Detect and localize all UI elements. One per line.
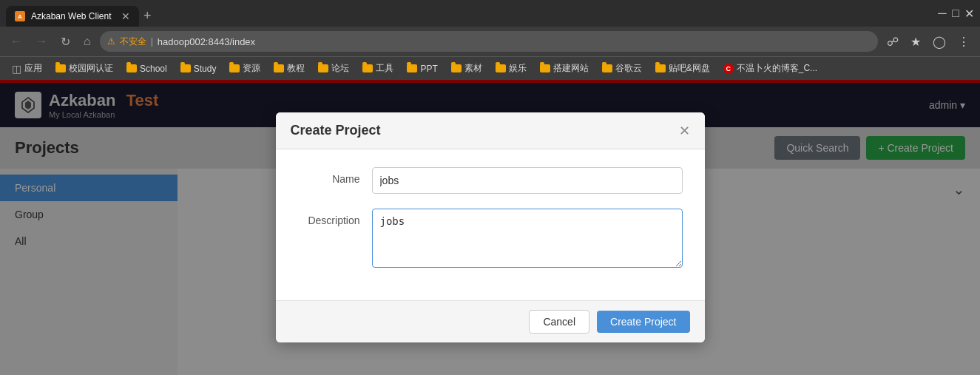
bookmark-工具[interactable]: 工具 xyxy=(356,61,399,76)
tab-area: A Azkaban Web Client ✕ + xyxy=(6,0,931,27)
address-bar[interactable]: ⚠ 不安全 | hadoop002:8443/index xyxy=(100,31,878,52)
modal-header: Create Project ✕ xyxy=(276,112,705,149)
name-form-row: Name xyxy=(298,167,683,194)
nav-right-controls: ☍ ★ ◯ ⋮ xyxy=(882,32,974,52)
browser-window: A Azkaban Web Client ✕ + ─ □ ✕ ← → ↻ ⌂ ⚠… xyxy=(0,0,980,375)
folder-icon xyxy=(451,64,462,72)
address-text: hadoop002:8443/index xyxy=(158,36,255,47)
folder-icon xyxy=(55,64,66,72)
folder-icon xyxy=(540,64,550,72)
tab-title: Azkaban Web Client xyxy=(31,11,112,21)
bookmark-label: 谷歌云 xyxy=(615,62,642,75)
bookmark-搭建网站[interactable]: 搭建网站 xyxy=(534,61,595,76)
bookmark-school[interactable]: School xyxy=(121,62,173,75)
folder-icon xyxy=(362,64,373,72)
folder-icon xyxy=(655,64,666,72)
tab-close-button[interactable]: ✕ xyxy=(121,11,130,21)
bookmark-label: PPT xyxy=(420,64,437,74)
create-project-modal: Create Project ✕ Name Description jobs C… xyxy=(276,112,705,342)
bookmark-label: 贴吧&网盘 xyxy=(669,62,710,75)
create-button[interactable]: Create Project xyxy=(597,311,689,333)
modal-close-button[interactable]: ✕ xyxy=(679,124,690,138)
bookmark-label: 教程 xyxy=(287,62,305,75)
modal-body: Name Description jobs xyxy=(276,149,705,300)
red-c-icon: C xyxy=(723,64,734,74)
account-button[interactable]: ◯ xyxy=(928,32,950,52)
bookmark-label: 校园网认证 xyxy=(69,62,113,75)
description-textarea[interactable]: jobs xyxy=(372,209,683,268)
bookmark-label: 资源 xyxy=(243,62,260,75)
bookmark-素材[interactable]: 素材 xyxy=(445,61,488,76)
security-label: 不安全 xyxy=(120,36,146,48)
security-icon: ⚠ xyxy=(107,36,115,47)
bookmarks-bar: ◫ 应用 校园网认证 School Study 资源 教程 论坛 xyxy=(0,56,980,80)
bookmark-blog[interactable]: C 不温卜火的博客_C... xyxy=(717,61,823,76)
translate-button[interactable]: ☍ xyxy=(882,32,903,52)
bookmark-label: 论坛 xyxy=(331,62,349,75)
bookmark-label: 娱乐 xyxy=(509,62,527,75)
modal-overlay: Create Project ✕ Name Description jobs C… xyxy=(0,80,980,375)
name-input[interactable] xyxy=(372,167,683,194)
new-tab-button[interactable]: + xyxy=(139,5,156,27)
bookmark-资源[interactable]: 资源 xyxy=(223,61,266,76)
description-label: Description xyxy=(298,209,372,226)
bookmark-apps-label: 应用 xyxy=(24,62,42,75)
bookmark-study[interactable]: Study xyxy=(175,62,223,75)
bookmark-贴吧网盘[interactable]: 贴吧&网盘 xyxy=(649,61,716,76)
bookmark-label: School xyxy=(140,64,167,74)
reload-button[interactable]: ↻ xyxy=(56,32,75,52)
bookmark-label: 工具 xyxy=(376,62,393,75)
modal-footer: Cancel Create Project xyxy=(276,300,705,342)
bookmark-apps[interactable]: ◫ 应用 xyxy=(6,61,48,76)
minimize-button[interactable]: ─ xyxy=(937,8,947,18)
folder-icon xyxy=(180,64,191,72)
bookmark-教程[interactable]: 教程 xyxy=(268,61,311,76)
description-form-row: Description jobs xyxy=(298,209,683,268)
name-label: Name xyxy=(298,167,372,185)
bookmark-label: Study xyxy=(194,64,217,74)
bookmark-label: 不温卜火的博客_C... xyxy=(737,62,817,75)
folder-icon xyxy=(126,64,137,72)
window-controls: ─ □ ✕ xyxy=(937,8,974,18)
folder-icon xyxy=(407,64,417,72)
tab-favicon: A xyxy=(15,11,25,21)
bookmark-娱乐[interactable]: 娱乐 xyxy=(490,61,533,76)
folder-icon xyxy=(602,64,612,72)
home-button[interactable]: ⌂ xyxy=(79,32,95,51)
back-button[interactable]: ← xyxy=(6,32,27,51)
active-tab[interactable]: A Azkaban Web Client ✕ xyxy=(6,6,139,27)
folder-icon xyxy=(496,64,506,72)
apps-grid-icon: ◫ xyxy=(12,63,21,75)
bookmark-论坛[interactable]: 论坛 xyxy=(312,61,355,76)
folder-icon xyxy=(229,64,240,72)
bookmark-label: 搭建网站 xyxy=(553,62,589,75)
bookmark-ppt[interactable]: PPT xyxy=(401,62,443,75)
bookmark-校园网认证[interactable]: 校园网认证 xyxy=(50,61,119,76)
forward-button[interactable]: → xyxy=(31,32,52,51)
menu-button[interactable]: ⋮ xyxy=(953,32,974,52)
cancel-button[interactable]: Cancel xyxy=(529,310,589,334)
bookmark-label: 素材 xyxy=(464,62,482,75)
address-separator: | xyxy=(151,36,153,47)
maximize-button[interactable]: □ xyxy=(950,8,961,18)
bookmark-star-button[interactable]: ★ xyxy=(906,32,925,52)
page-content: Azkaban Test My Local Azkaban admin ▾ Pr… xyxy=(0,80,980,375)
close-button[interactable]: ✕ xyxy=(964,8,974,18)
folder-icon xyxy=(318,64,328,72)
modal-title: Create Project xyxy=(291,123,381,138)
bookmark-谷歌云[interactable]: 谷歌云 xyxy=(596,61,648,76)
nav-bar: ← → ↻ ⌂ ⚠ 不安全 | hadoop002:8443/index ☍ ★… xyxy=(0,27,980,56)
folder-icon xyxy=(274,64,284,72)
title-bar: A Azkaban Web Client ✕ + ─ □ ✕ xyxy=(0,0,980,27)
